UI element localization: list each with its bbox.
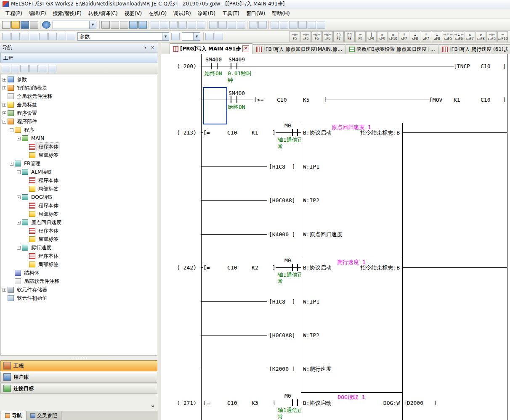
contact-device[interactable]: SM400 — [205, 56, 222, 63]
tree-item-程序本体[interactable]: +程序本体 — [1, 143, 157, 151]
collapse-icon[interactable]: - — [17, 137, 21, 140]
plc-read-icon[interactable] — [160, 21, 168, 29]
collapse-icon[interactable]: - — [10, 128, 13, 132]
tree-item-程序本体[interactable]: +程序本体 — [1, 176, 157, 185]
monitor-stop-icon[interactable] — [188, 21, 196, 29]
fb-input-value[interactable]: [K4000 ] — [269, 231, 295, 238]
undo-icon[interactable] — [129, 21, 138, 29]
plc-verify-icon[interactable] — [169, 21, 178, 29]
program-local-icon[interactable] — [39, 33, 48, 40]
fb-input-value[interactable]: [K2000 ] — [269, 366, 295, 372]
compare-token[interactable]: C10 — [227, 400, 237, 406]
compare-token[interactable]: [= — [203, 129, 210, 136]
monitor-write-icon[interactable] — [197, 21, 205, 29]
tree-item-参数[interactable]: +参数 — [1, 75, 157, 84]
ladder-symbol-saF5[interactable]: ⊣↑⊢saF5 — [443, 31, 453, 42]
tree-sort-icon[interactable] — [29, 65, 38, 72]
drag-handle[interactable]: ......... — [0, 356, 158, 360]
menu-item[interactable]: 工程(P) — [2, 9, 26, 18]
instruction-token[interactable]: C10 — [481, 97, 490, 103]
verify-icon[interactable] — [67, 33, 75, 40]
tree-item-软元件存储器[interactable]: +软元件存储器 — [1, 285, 157, 294]
editor-tab[interactable]: [FB]写入 原点回归速度(MAIN.原... — [253, 44, 345, 54]
collapse-icon[interactable]: - — [17, 170, 21, 174]
ladder-symbol-sF8[interactable]: ↓sF8 — [410, 31, 420, 42]
ladder-symbol-saF8[interactable]: ∨saF8 — [475, 31, 486, 42]
compare-token[interactable]: K2 — [252, 264, 258, 271]
tree-copy-icon[interactable] — [20, 65, 29, 72]
paste-icon[interactable] — [120, 21, 128, 29]
expand-icon[interactable]: + — [3, 288, 6, 292]
monitor-start-icon[interactable] — [178, 21, 187, 29]
fb-input-value[interactable]: [H0C0A8] — [269, 332, 295, 338]
compare-token[interactable]: [= — [203, 264, 210, 271]
editor-tab[interactable]: 函数/FB标签设置 原点回归速度 [... — [346, 44, 438, 54]
instruction-token[interactable]: K1 — [454, 97, 460, 103]
tree-menu-icon[interactable] — [2, 65, 10, 72]
ladder-symbol-sF9[interactable]: │sF9 — [366, 31, 377, 42]
function-block[interactable] — [301, 123, 403, 258]
menu-item[interactable]: 调试(B) — [170, 9, 194, 18]
check-program-icon[interactable] — [317, 21, 325, 29]
tree-item-DOG读取[interactable]: -DOG读取 — [1, 193, 157, 201]
ladder-symbol-saF7[interactable]: ∧saF7 — [465, 31, 475, 42]
tree-new-icon[interactable] — [11, 65, 19, 72]
tree-item-FB管理[interactable]: -FB管理 — [1, 159, 157, 168]
device-comment-icon[interactable] — [205, 33, 214, 40]
device-monitor-icon[interactable] — [228, 21, 236, 29]
tree-item-局部标签[interactable]: +局部标签 — [1, 210, 157, 218]
contact-device[interactable]: SM409 — [228, 56, 245, 63]
tree-item-原点回归速度[interactable]: -原点回归速度 — [1, 218, 157, 227]
ladder-symbol-F7[interactable]: ( )F7 — [333, 31, 344, 42]
help-icon[interactable] — [42, 21, 50, 29]
contact-device[interactable]: M0 — [284, 393, 291, 399]
tree-item-结构体[interactable]: +结构体 — [1, 269, 157, 277]
zoom-icon[interactable] — [308, 21, 316, 29]
buffer-monitor-icon[interactable] — [237, 21, 245, 29]
collapse-icon[interactable]: - — [17, 246, 21, 250]
compare-token[interactable]: K3 — [252, 400, 258, 406]
tree-item-全局软元件注释[interactable]: +全局软元件注释 — [1, 92, 157, 100]
contact-device[interactable]: SM400 — [228, 90, 245, 96]
open-ladder-icon[interactable] — [2, 33, 11, 40]
splitter[interactable] — [158, 43, 161, 420]
target-combo[interactable]: 参数 ▼ — [77, 32, 169, 41]
device-memory-icon[interactable] — [58, 33, 66, 40]
tab-close-icon[interactable]: × — [242, 45, 249, 52]
chevron-down-icon[interactable]: ▼ — [162, 33, 169, 40]
menu-item[interactable]: 窗口(W) — [243, 9, 268, 18]
panel-tab-交叉参照[interactable]: 交叉参照 — [26, 411, 61, 420]
tree-item-局部标签[interactable]: +局部标签 — [1, 185, 157, 193]
ladder-symbol-F9[interactable]: ─F9 — [355, 31, 366, 42]
compare-token[interactable]: [= — [203, 400, 210, 406]
ladder-symbol-caF10[interactable]: ─caF10 — [497, 31, 508, 42]
expand-icon[interactable]: + — [3, 86, 6, 90]
ladder-symbol-sF6[interactable]: ⊣/⊢sF6 — [322, 31, 333, 42]
contact-device[interactable]: M0 — [284, 257, 291, 264]
menu-item[interactable]: 搜索/替换(F) — [50, 9, 85, 18]
program-common-icon[interactable] — [30, 33, 38, 40]
ladder-test-icon[interactable] — [249, 21, 258, 29]
fb-input-value[interactable]: [H1C8 ] — [269, 164, 295, 170]
ladder-symbol-cF10[interactable]: ×cF10 — [388, 31, 398, 42]
compare-token[interactable]: K5 — [303, 97, 310, 103]
tree-item-程序部件[interactable]: -程序部件 — [1, 117, 157, 126]
redo-icon[interactable] — [138, 21, 147, 29]
tree-item-程序本体[interactable]: +程序本体 — [1, 252, 157, 260]
nav-button-用户库[interactable]: 用户库 — [0, 372, 157, 383]
window-cascade-icon[interactable] — [11, 33, 20, 40]
statement-icon[interactable] — [215, 33, 223, 40]
collapse-icon[interactable]: - — [17, 221, 21, 225]
copy-icon[interactable] — [111, 21, 119, 29]
tree-item-局部标签[interactable]: +局部标签 — [1, 235, 157, 243]
usb-connect-icon[interactable] — [258, 21, 267, 29]
menu-item[interactable]: 视图(V) — [121, 9, 146, 18]
comment-display-icon[interactable] — [271, 21, 279, 29]
menu-item[interactable]: 工具(T) — [219, 9, 243, 18]
note-display-icon[interactable] — [289, 21, 298, 29]
find-device-icon[interactable] — [209, 21, 218, 29]
instruction-token[interactable]: [INCP — [454, 63, 470, 69]
expand-icon[interactable]: + — [3, 78, 6, 82]
contact-device[interactable]: M0 — [284, 122, 291, 129]
device-display-icon[interactable] — [298, 21, 307, 29]
